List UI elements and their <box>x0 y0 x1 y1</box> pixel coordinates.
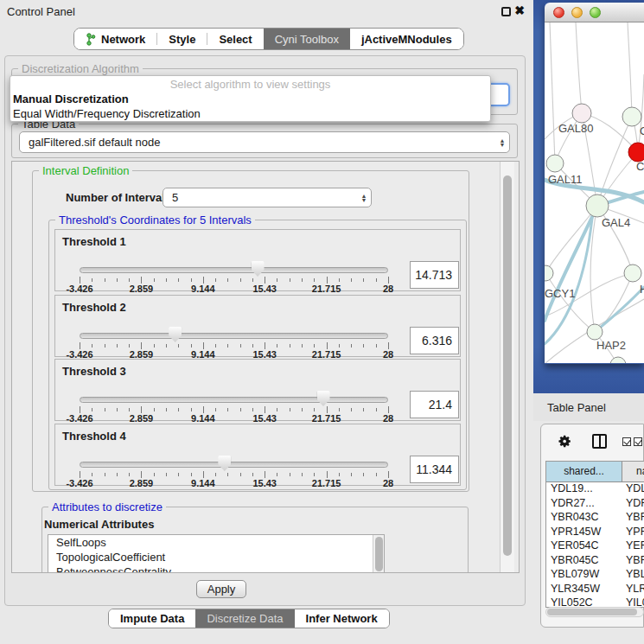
tab-style[interactable]: Style <box>157 29 207 49</box>
network-node-hap2[interactable] <box>587 324 603 340</box>
zoom-traffic-light-icon[interactable] <box>590 7 601 18</box>
cell-shared-name[interactable]: YLR345W <box>546 583 622 597</box>
tab-network[interactable]: Network <box>74 29 156 49</box>
table-row[interactable]: YBR043CYBR0 <box>546 511 644 526</box>
network-node-gcy1[interactable] <box>545 265 553 281</box>
cell-name[interactable]: YBR0 <box>622 554 644 569</box>
checkbox-icon[interactable] <box>622 437 631 446</box>
table-horizontal-scrollbar-thumb[interactable] <box>547 609 637 615</box>
table-row[interactable]: YBR045CYBR0 <box>546 554 644 569</box>
tab-discretize-data[interactable]: Discretize Data <box>195 609 294 628</box>
cell-shared-name[interactable]: YBR043C <box>546 511 622 526</box>
split-columns-icon[interactable] <box>592 434 607 449</box>
cell-shared-name[interactable]: YER054C <box>546 539 622 554</box>
threshold-slider-handle[interactable] <box>317 391 330 406</box>
attributes-group-label: Attributes to discretize <box>48 501 166 513</box>
threshold-slider-handle[interactable] <box>218 456 231 471</box>
network-node-label: HAP2 <box>596 339 626 352</box>
threshold-slider-track[interactable] <box>80 397 388 403</box>
minimize-traffic-light-icon[interactable] <box>571 7 583 18</box>
cell-name[interactable]: YBR0 <box>622 511 644 526</box>
threshold-slider-track[interactable] <box>80 267 388 273</box>
cell-shared-name[interactable]: YPR145W <box>546 526 622 540</box>
network-graph[interactable]: GAL80GCGAL11GAL4GCY1HHAP2 <box>545 22 644 363</box>
cell-shared-name[interactable]: YBR045C <box>546 554 622 569</box>
numerical-attributes-list[interactable]: SelfLoopsTopologicalCoefficientBetweenne… <box>48 534 385 573</box>
threshold-value-field[interactable]: 6.316 <box>410 327 459 354</box>
tab-cyni-toolbox[interactable]: Cyni Toolbox <box>264 29 350 49</box>
network-node-gal4[interactable] <box>586 194 609 217</box>
table-panel-toolbar <box>541 424 643 459</box>
apply-button[interactable]: Apply <box>196 580 246 598</box>
attribute-list-item[interactable]: TopologicalCoefficient <box>48 550 384 564</box>
close-icon[interactable]: ✖ <box>513 3 526 17</box>
network-window-titlebar[interactable] <box>545 3 644 22</box>
attribute-list-item[interactable]: BetweennessCentrality <box>48 564 384 573</box>
tab-label: Select <box>219 33 252 46</box>
combo-spinner-icon[interactable]: ▲▼ <box>357 194 371 202</box>
number-of-intervals-value: 5 <box>163 191 357 204</box>
threshold-3-panel: Threshold 3-3.4262.8599.14415.4321.71528… <box>54 359 461 421</box>
table-horizontal-scrollbar[interactable] <box>545 607 644 617</box>
slider-tick-marks <box>80 277 388 284</box>
algorithm-option-equal-width[interactable]: Equal Width/Frequency Discretization <box>13 107 201 120</box>
node-attribute-table: shared... na YDL19...YDL1YDR27...YDR2YBR… <box>545 461 644 608</box>
algorithm-option-manual[interactable]: Manual Discretization <box>13 92 129 105</box>
cell-name[interactable]: YPR1 <box>622 526 644 540</box>
network-node-h[interactable] <box>624 265 641 282</box>
network-node-label: GAL80 <box>558 122 593 135</box>
network-node-gal80[interactable] <box>572 104 591 123</box>
cell-name[interactable]: YDR2 <box>622 497 644 512</box>
checkbox-icon[interactable] <box>634 437 642 446</box>
cell-name[interactable]: YLR3 <box>622 583 644 597</box>
table-row[interactable]: YBL079WYBL0 <box>546 568 644 583</box>
attribute-list-item[interactable]: SelfLoops <box>48 535 384 550</box>
network-node-g[interactable] <box>622 107 641 126</box>
threshold-slider-track[interactable] <box>80 462 388 468</box>
table-row[interactable]: YER054CYER0 <box>546 539 644 554</box>
tab-impute-data[interactable]: Impute Data <box>109 609 195 628</box>
network-node-c[interactable] <box>628 143 644 162</box>
cell-shared-name[interactable]: YDR27... <box>546 497 622 512</box>
threshold-slider-track[interactable] <box>80 333 388 339</box>
vertical-scrollbar[interactable] <box>500 162 514 572</box>
combo-spinner-icon[interactable]: ▲▼ <box>495 138 509 147</box>
network-node-label: GCY1 <box>545 287 575 300</box>
column-header-name[interactable]: na <box>622 462 644 481</box>
cell-shared-name[interactable]: YBL079W <box>546 568 622 583</box>
gear-icon[interactable] <box>558 434 572 449</box>
cell-name[interactable]: YER0 <box>622 539 644 554</box>
tab-select[interactable]: Select <box>207 29 263 49</box>
threshold-slider-handle[interactable] <box>169 327 182 342</box>
table-row[interactable]: YLR345WYLR3 <box>546 583 644 597</box>
float-window-icon[interactable] <box>501 7 511 16</box>
threshold-value-field[interactable]: 21.4 <box>410 391 459 418</box>
network-canvas[interactable]: GAL80GCGAL11GAL4GCY1HHAP2 <box>545 22 644 363</box>
column-header-shared-name[interactable]: shared... <box>546 462 622 481</box>
cell-shared-name[interactable]: YDL19... <box>546 482 622 497</box>
network-node-gal11[interactable] <box>546 155 564 172</box>
table-data-combobox[interactable]: galFiltered.sif default node ▲▼ <box>19 131 510 153</box>
threshold-value-field[interactable]: 11.344 <box>410 456 459 483</box>
cell-name[interactable]: YBL0 <box>622 568 644 583</box>
thresholds-group: Threshold's Coordinates for 5 Intervals … <box>48 220 467 490</box>
number-of-intervals-combobox[interactable]: 5 ▲▼ <box>163 188 372 207</box>
table-panel: shared... na YDL19...YDL1YDR27...YDR2YBR… <box>540 424 644 628</box>
table-row[interactable]: YDL19...YDL1 <box>546 482 644 497</box>
attributes-scrollbar[interactable] <box>373 535 384 573</box>
tab-jactivemnodules[interactable]: jActiveMNodules <box>350 29 463 49</box>
table-row[interactable]: YPR145WYPR1 <box>546 526 644 540</box>
network-node-label: GAL4 <box>602 216 630 229</box>
tab-infer-network[interactable]: Infer Network <box>295 609 389 628</box>
interval-definition-label: Interval Definition <box>39 164 132 177</box>
network-node-label: GAL11 <box>548 173 583 186</box>
threshold-value-field[interactable]: 14.713 <box>410 261 459 289</box>
close-traffic-light-icon[interactable] <box>553 7 564 18</box>
cell-name[interactable]: YDL1 <box>622 482 644 497</box>
cyni-mode-tab-bar: Impute DataDiscretize DataInfer Network <box>108 609 390 628</box>
table-row[interactable]: YDR27...YDR2 <box>546 497 644 512</box>
threshold-slider-handle[interactable] <box>252 261 265 277</box>
attributes-scrollbar-thumb[interactable] <box>375 537 383 571</box>
network-node[interactable] <box>610 357 626 363</box>
vertical-scrollbar-thumb[interactable] <box>503 175 512 556</box>
